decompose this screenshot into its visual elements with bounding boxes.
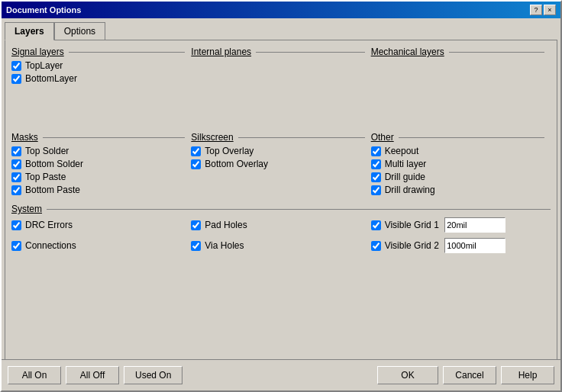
signal-layers-col: Signal layers TopLayer BottomLayer <box>11 47 191 123</box>
drc-errors-label: DRC Errors <box>25 220 73 230</box>
top-overlay-checkbox[interactable] <box>191 146 201 156</box>
top-overlay-row: Top Overlay <box>191 146 364 156</box>
signal-layers-line <box>69 52 186 53</box>
visible-grid-2-label: Visible Grid 2 <box>385 240 439 251</box>
multi-layer-checkbox[interactable] <box>371 159 381 169</box>
system-label: System <box>11 204 45 214</box>
masks-label: Masks <box>11 132 41 143</box>
pad-holes-checkbox[interactable] <box>191 220 201 230</box>
help-button[interactable]: Help <box>501 366 554 384</box>
top-sections: Signal layers TopLayer BottomLayer Inter… <box>11 47 551 123</box>
signal-layers-label: Signal layers <box>11 47 67 57</box>
system-section: System DRC Errors Pad Holes Vi <box>11 204 551 255</box>
mechanical-layers-label: Mechanical layers <box>371 47 447 57</box>
multi-layer-row: Multi layer <box>371 159 544 169</box>
mechanical-layers-line <box>449 52 544 53</box>
close-title-btn[interactable]: × <box>544 5 556 15</box>
masks-col: Masks Top Solder Bottom Solder Top Paste <box>11 132 191 198</box>
internal-planes-col: Internal planes <box>191 47 370 123</box>
help-title-btn[interactable]: ? <box>530 5 542 15</box>
masks-header: Masks <box>11 132 185 143</box>
visible-grid-1-checkbox[interactable] <box>371 220 381 230</box>
signal-layers-header: Signal layers <box>11 47 185 57</box>
bottomlayer-checkbox[interactable] <box>11 74 21 84</box>
connections-row: Connections <box>11 238 191 253</box>
top-paste-label: Top Paste <box>25 172 66 182</box>
connections-checkbox[interactable] <box>11 241 21 251</box>
drill-guide-label: Drill guide <box>385 172 425 182</box>
pad-holes-label: Pad Holes <box>205 220 247 230</box>
other-line <box>399 137 544 138</box>
bottom-overlay-label: Bottom Overlay <box>205 159 268 169</box>
top-paste-checkbox[interactable] <box>11 172 21 182</box>
drill-guide-row: Drill guide <box>371 172 544 182</box>
internal-planes-label: Internal planes <box>191 47 254 57</box>
tab-content-layers: Signal layers TopLayer BottomLayer Inter… <box>5 40 557 360</box>
multi-layer-label: Multi layer <box>385 159 427 169</box>
via-holes-row: Via Holes <box>191 238 370 253</box>
connections-label: Connections <box>25 240 76 251</box>
silkscreen-col: Silkscreen Top Overlay Bottom Overlay <box>191 132 370 198</box>
bottom-solder-row: Bottom Solder <box>11 159 185 169</box>
silkscreen-line <box>238 137 365 138</box>
other-header: Other <box>371 132 544 143</box>
ok-button[interactable]: OK <box>377 366 438 384</box>
title-bar-buttons: ? × <box>530 5 556 15</box>
top-overlay-label: Top Overlay <box>205 146 254 156</box>
system-grid: DRC Errors Pad Holes Visible Grid 1 20mi… <box>11 217 551 255</box>
visible-grid-2-dropdown-wrapper: 1000mil 500mil 100mil <box>444 238 505 253</box>
drill-drawing-row: Drill drawing <box>371 185 544 195</box>
bottom-overlay-checkbox[interactable] <box>191 159 201 169</box>
mechanical-layers-header: Mechanical layers <box>371 47 544 57</box>
silkscreen-label: Silkscreen <box>191 132 236 143</box>
masks-line <box>43 137 186 138</box>
via-holes-checkbox[interactable] <box>191 241 201 251</box>
keepout-checkbox[interactable] <box>371 146 381 156</box>
bottom-paste-checkbox[interactable] <box>11 185 21 195</box>
system-header: System <box>11 204 551 214</box>
system-line <box>47 209 551 210</box>
via-holes-label: Via Holes <box>205 240 244 251</box>
drill-drawing-label: Drill drawing <box>385 185 435 195</box>
document-options-window: Document Options ? × Layers Options Sign… <box>0 0 562 392</box>
drill-guide-checkbox[interactable] <box>371 172 381 182</box>
visible-grid-2-checkbox[interactable] <box>371 241 381 251</box>
all-off-button[interactable]: All Off <box>66 366 119 384</box>
visible-grid-1-label: Visible Grid 1 <box>385 220 439 230</box>
visible-grid-1-row: Visible Grid 1 20mil 50mil 100mil <box>371 217 551 233</box>
window-title: Document Options <box>6 5 81 14</box>
drc-errors-checkbox[interactable] <box>11 220 21 230</box>
visible-grid-2-row: Visible Grid 2 1000mil 500mil 100mil <box>371 238 551 253</box>
bottom-paste-row: Bottom Paste <box>11 185 185 195</box>
title-bar: Document Options ? × <box>2 2 560 18</box>
other-label: Other <box>371 132 397 143</box>
tab-layers[interactable]: Layers <box>5 22 54 40</box>
cancel-button[interactable]: Cancel <box>443 366 496 384</box>
bottom-solder-checkbox[interactable] <box>11 159 21 169</box>
toplayer-row: TopLayer <box>11 60 185 71</box>
middle-sections: Masks Top Solder Bottom Solder Top Paste <box>11 132 551 198</box>
keepout-label: Keepout <box>385 146 419 156</box>
visible-grid-2-dropdown[interactable]: 1000mil 500mil 100mil <box>444 238 505 253</box>
other-col: Other Keepout Multi layer Drill guide <box>371 132 551 198</box>
top-paste-row: Top Paste <box>11 172 185 182</box>
mechanical-layers-col: Mechanical layers <box>371 47 551 123</box>
tab-options[interactable]: Options <box>54 22 105 40</box>
drc-errors-row: DRC Errors <box>11 217 191 233</box>
bottom-bar: All On All Off Used On OK Cancel Help <box>2 359 560 390</box>
toplayer-label: TopLayer <box>25 60 63 71</box>
bottom-paste-label: Bottom Paste <box>25 185 80 195</box>
all-on-button[interactable]: All On <box>8 366 61 384</box>
used-on-button[interactable]: Used On <box>124 366 182 384</box>
top-solder-checkbox[interactable] <box>11 146 21 156</box>
top-solder-row: Top Solder <box>11 146 185 156</box>
pad-holes-row: Pad Holes <box>191 217 370 233</box>
internal-planes-line <box>256 52 365 53</box>
internal-planes-header: Internal planes <box>191 47 364 57</box>
drill-drawing-checkbox[interactable] <box>371 185 381 195</box>
bottom-overlay-row: Bottom Overlay <box>191 159 364 169</box>
bottomlayer-row: BottomLayer <box>11 73 185 84</box>
bottom-solder-label: Bottom Solder <box>25 159 83 169</box>
toplayer-checkbox[interactable] <box>11 61 21 71</box>
visible-grid-1-dropdown[interactable]: 20mil 50mil 100mil <box>444 217 505 233</box>
